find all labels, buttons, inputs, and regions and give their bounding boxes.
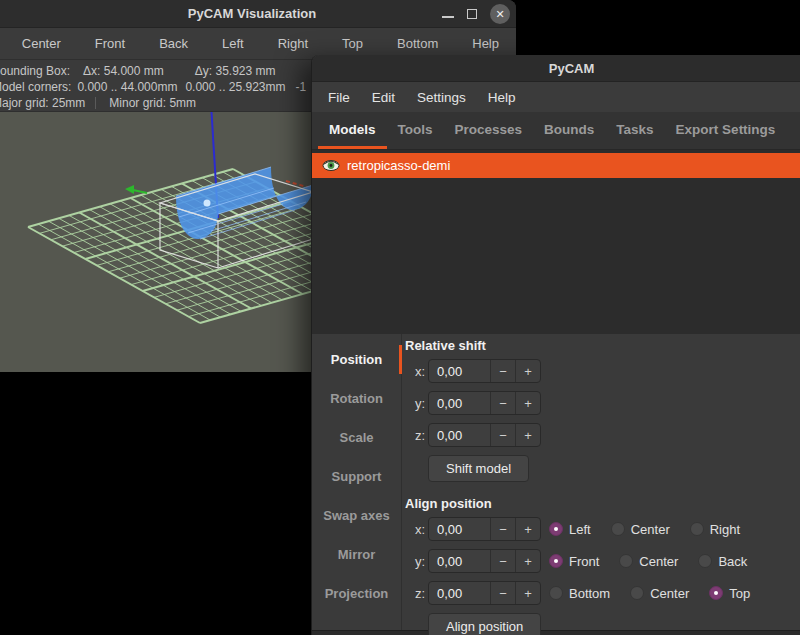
tab-tools[interactable]: Tools xyxy=(387,112,444,149)
radio-z-center-label: Center xyxy=(650,586,689,601)
radio-y-center[interactable]: Center xyxy=(619,554,678,569)
align-y-label: y: xyxy=(405,554,425,569)
align-z-increment-button[interactable]: + xyxy=(515,582,540,604)
shift-z-increment-button[interactable]: + xyxy=(515,424,540,446)
menu-file[interactable]: File xyxy=(320,82,358,112)
sidebar-item-projection[interactable]: Projection xyxy=(312,574,401,613)
align-x-spinbox: 0,00 − + xyxy=(428,517,541,541)
bounding-box-dy: Δy: 35.923 mm xyxy=(195,63,276,79)
align-z-label: z: xyxy=(405,586,425,601)
align-x-label: x: xyxy=(405,522,425,537)
radio-x-center[interactable]: Center xyxy=(611,522,670,537)
model-list: retropicasso-demi xyxy=(312,150,800,334)
radio-y-center-icon[interactable] xyxy=(619,554,633,568)
radio-front-label: Front xyxy=(569,554,599,569)
bounding-box-dx: Δx: 54.000 mm xyxy=(83,63,164,79)
radio-top-icon[interactable] xyxy=(709,586,723,600)
viz-titlebar[interactable]: PyCAM Visualization ✕ xyxy=(0,0,516,28)
align-y-row: y: 0,00 − + Front Center xyxy=(405,549,800,573)
sidebar-item-rotation[interactable]: Rotation xyxy=(312,379,401,418)
shift-z-decrement-button[interactable]: − xyxy=(490,424,515,446)
radio-x-center-icon[interactable] xyxy=(611,522,625,536)
align-y-decrement-button[interactable]: − xyxy=(490,550,515,572)
radio-left[interactable]: Left xyxy=(549,522,591,537)
sidebar-item-scale[interactable]: Scale xyxy=(312,418,401,457)
align-position-title: Align position xyxy=(405,496,800,511)
shift-x-label: x: xyxy=(405,364,425,379)
model-corners-y: 0.000 .. 25.923mm xyxy=(185,79,285,95)
model-corners-label: Model corners: xyxy=(0,79,71,95)
align-x-decrement-button[interactable]: − xyxy=(490,518,515,540)
relative-shift-title: Relative shift xyxy=(405,338,800,353)
desktop: PyCAM Visualization ✕ ▼ Center Front Bac… xyxy=(0,0,800,635)
maximize-icon[interactable] xyxy=(467,9,477,19)
main-titlebar[interactable]: PyCAM xyxy=(312,55,800,82)
radio-back-label: Back xyxy=(718,554,747,569)
radio-front[interactable]: Front xyxy=(549,554,599,569)
sidebar-item-position[interactable]: Position xyxy=(312,340,401,379)
view-front-button[interactable]: Front xyxy=(78,28,142,60)
sidebar-item-mirror[interactable]: Mirror xyxy=(312,535,401,574)
tab-processes[interactable]: Processes xyxy=(444,112,534,149)
align-z-options: Bottom Center Top xyxy=(549,586,750,601)
align-position-button[interactable]: Align position xyxy=(428,613,541,635)
shift-x-row: x: 0,00 − + xyxy=(405,359,800,383)
position-panel: Relative shift x: 0,00 − + y: 0,00 − + xyxy=(402,334,800,630)
tab-models[interactable]: Models xyxy=(318,112,387,149)
view-left-button[interactable]: Left xyxy=(205,28,261,60)
menu-edit[interactable]: Edit xyxy=(364,82,403,112)
align-x-increment-button[interactable]: + xyxy=(515,518,540,540)
radio-bottom-icon[interactable] xyxy=(549,586,563,600)
tab-tasks[interactable]: Tasks xyxy=(605,112,664,149)
model-corners-z: -1 xyxy=(296,79,307,95)
shift-y-value[interactable]: 0,00 xyxy=(429,392,490,414)
radio-left-icon[interactable] xyxy=(549,522,563,536)
menubar: File Edit Settings Help xyxy=(312,82,800,112)
minimize-icon[interactable] xyxy=(442,16,454,18)
shift-z-row: z: 0,00 − + xyxy=(405,423,800,447)
radio-bottom[interactable]: Bottom xyxy=(549,586,610,601)
radio-top-label: Top xyxy=(729,586,750,601)
align-z-decrement-button[interactable]: − xyxy=(490,582,515,604)
align-y-spinbox: 0,00 − + xyxy=(428,549,541,573)
model-name: retropicasso-demi xyxy=(347,158,450,173)
sidebar-item-support[interactable]: Support xyxy=(312,457,401,496)
radio-right-icon[interactable] xyxy=(690,522,704,536)
align-x-value[interactable]: 0,00 xyxy=(429,518,490,540)
align-z-spinbox: 0,00 − + xyxy=(428,581,541,605)
visibility-eye-icon[interactable] xyxy=(322,159,340,172)
align-y-increment-button[interactable]: + xyxy=(515,550,540,572)
view-center-button[interactable]: Center xyxy=(5,28,78,60)
shift-x-decrement-button[interactable]: − xyxy=(490,360,515,382)
shift-y-spinbox: 0,00 − + xyxy=(428,391,541,415)
menu-settings[interactable]: Settings xyxy=(409,82,474,112)
model-list-item[interactable]: retropicasso-demi xyxy=(312,153,800,178)
align-y-value[interactable]: 0,00 xyxy=(429,550,490,572)
tab-export-settings[interactable]: Export Settings xyxy=(665,112,787,149)
close-icon[interactable]: ✕ xyxy=(490,4,510,24)
shift-x-increment-button[interactable]: + xyxy=(515,360,540,382)
y-axis-line xyxy=(133,190,147,193)
radio-back[interactable]: Back xyxy=(698,554,747,569)
radio-right[interactable]: Right xyxy=(690,522,740,537)
shift-y-decrement-button[interactable]: − xyxy=(490,392,515,414)
view-back-button[interactable]: Back xyxy=(142,28,205,60)
viz-window-title: PyCAM Visualization xyxy=(188,6,316,21)
shift-model-button[interactable]: Shift model xyxy=(428,455,529,482)
tab-bounds[interactable]: Bounds xyxy=(533,112,605,149)
sidebar-item-swap-axes[interactable]: Swap axes xyxy=(312,496,401,535)
radio-z-center[interactable]: Center xyxy=(630,586,689,601)
radio-front-icon[interactable] xyxy=(549,554,563,568)
radio-bottom-label: Bottom xyxy=(569,586,610,601)
main-window-title: PyCAM xyxy=(549,61,595,76)
radio-back-icon[interactable] xyxy=(698,554,712,568)
menu-help[interactable]: Help xyxy=(480,82,524,112)
align-z-value[interactable]: 0,00 xyxy=(429,582,490,604)
shift-y-increment-button[interactable]: + xyxy=(515,392,540,414)
radio-z-center-icon[interactable] xyxy=(630,586,644,600)
radio-y-center-label: Center xyxy=(639,554,678,569)
shift-x-value[interactable]: 0,00 xyxy=(429,360,490,382)
shift-z-value[interactable]: 0,00 xyxy=(429,424,490,446)
radio-top[interactable]: Top xyxy=(709,586,750,601)
align-z-row: z: 0,00 − + Bottom Center xyxy=(405,581,800,605)
